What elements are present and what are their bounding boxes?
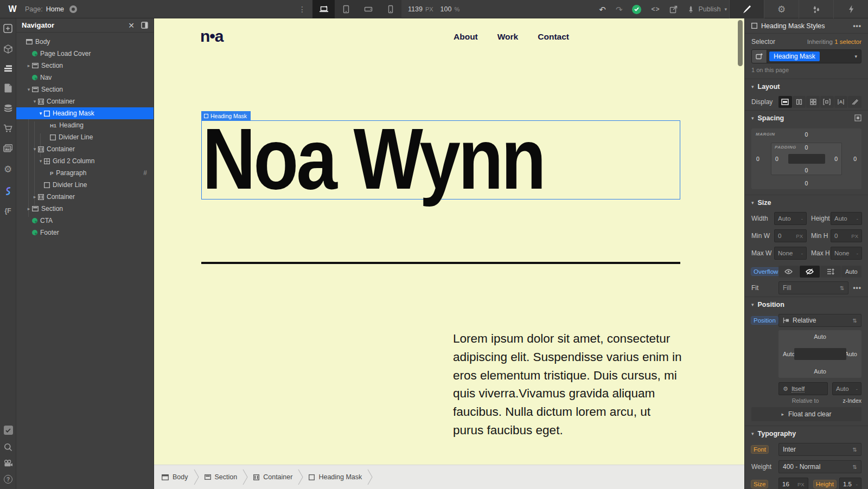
spacing-settings-icon[interactable]: [854, 114, 861, 121]
assets-icon[interactable]: [3, 144, 12, 152]
video-tutorials-icon[interactable]: [4, 460, 13, 467]
fit-more-icon[interactable]: •••: [853, 284, 861, 292]
selected-element-outline[interactable]: Heading Mask Noa Wynn: [201, 120, 680, 200]
font-size-label[interactable]: Size: [751, 480, 768, 488]
section-size[interactable]: ▾ Size: [745, 195, 868, 210]
breadcrumb-section[interactable]: Section: [205, 473, 238, 481]
font-label[interactable]: Font: [751, 446, 768, 453]
padding-bottom-value[interactable]: 0: [805, 167, 808, 173]
tree-item-container-2[interactable]: ▾ Container: [16, 143, 154, 155]
display-none-button[interactable]: [848, 96, 861, 108]
selector-style-icon[interactable]: [752, 50, 767, 63]
display-inline-block-button[interactable]: [820, 96, 834, 108]
margin-left-value[interactable]: 0: [756, 156, 760, 162]
close-icon[interactable]: ✕: [128, 21, 135, 30]
position-select[interactable]: Relative ⇅: [778, 314, 861, 327]
tree-item-footer[interactable]: Footer: [16, 227, 154, 239]
audit-panel-icon[interactable]: [4, 426, 13, 435]
breakpoint-phone-portrait-button[interactable]: [379, 0, 401, 18]
nav-link-work[interactable]: Work: [497, 32, 518, 42]
ecommerce-icon[interactable]: [3, 124, 12, 133]
pages-icon[interactable]: [4, 83, 12, 93]
padding-right-value[interactable]: 0: [834, 156, 838, 162]
overflow-hidden-button[interactable]: [800, 266, 820, 278]
panel-menu-icon[interactable]: •••: [853, 22, 861, 30]
overflow-label[interactable]: Overflow: [751, 268, 780, 275]
padding-control[interactable]: PADDING 0 0 0 0: [771, 143, 842, 175]
nav-link-about[interactable]: About: [454, 32, 478, 42]
overflow-scroll-button[interactable]: [820, 266, 841, 278]
tree-item-section-3[interactable]: ▸ Section: [16, 203, 154, 215]
tree-item-heading-mask[interactable]: ▾ Heading Mask: [16, 107, 154, 119]
finsweet-extension-icon[interactable]: {F: [5, 207, 11, 215]
share-icon[interactable]: [669, 5, 678, 14]
display-flex-button[interactable]: [793, 96, 806, 108]
float-and-clear-toggle[interactable]: ▸ Float and clear: [751, 407, 861, 421]
position-left-value[interactable]: Auto: [783, 351, 795, 357]
tree-item-section[interactable]: ▸ Section: [16, 60, 154, 72]
selector-input[interactable]: Heading Mask ▾: [751, 49, 861, 63]
tree-item-cta[interactable]: CTA: [16, 215, 154, 227]
components-icon[interactable]: [4, 44, 12, 54]
chevron-down-icon[interactable]: ▾: [854, 54, 857, 59]
undo-icon[interactable]: ↶: [599, 5, 606, 14]
code-export-icon[interactable]: <>: [651, 5, 660, 13]
min-width-input[interactable]: 0PX: [774, 229, 807, 242]
add-elements-icon[interactable]: [3, 24, 12, 33]
tree-item-heading[interactable]: H1 Heading: [16, 119, 154, 131]
position-bottom-value[interactable]: Auto: [814, 368, 826, 375]
tree-item-section-2[interactable]: ▾ Section: [16, 83, 154, 95]
canvas-menu-icon[interactable]: ⋮: [298, 0, 306, 18]
breadcrumb-body[interactable]: Body: [162, 473, 188, 481]
design-canvas[interactable]: n•a About Work Contact Heading Mask Noa …: [154, 18, 744, 489]
spacing-control[interactable]: MARGIN 0 0 0 0 PADDING 0 0 0 0: [751, 128, 861, 189]
spacing-center-handle[interactable]: [788, 154, 825, 164]
webflow-logo-icon[interactable]: W: [5, 4, 20, 14]
nav-link-contact[interactable]: Contact: [538, 32, 569, 42]
z-index-input[interactable]: Auto -: [832, 382, 861, 395]
settings-panel-toggle[interactable]: ⚙: [764, 0, 799, 18]
publish-button[interactable]: Publish ▾: [687, 5, 727, 13]
position-center-handle[interactable]: [794, 348, 846, 360]
search-icon[interactable]: [4, 443, 12, 452]
position-offsets-control[interactable]: Auto Auto Auto Auto: [778, 330, 861, 378]
breadcrumb-heading-mask[interactable]: Heading Mask: [309, 473, 362, 481]
margin-bottom-value[interactable]: 0: [805, 180, 808, 186]
divider-line[interactable]: [201, 262, 680, 264]
position-right-value[interactable]: Auto: [845, 351, 857, 357]
margin-top-value[interactable]: 0: [805, 131, 808, 138]
padding-left-value[interactable]: 0: [775, 156, 778, 162]
weight-select[interactable]: 400 - Normal ⇅: [778, 460, 861, 473]
breakpoint-width-value[interactable]: 1139: [408, 5, 423, 13]
height-input[interactable]: Auto-: [831, 212, 862, 225]
padding-top-value[interactable]: 0: [805, 144, 808, 151]
display-grid-button[interactable]: [806, 96, 820, 108]
position-label[interactable]: Position: [751, 317, 778, 324]
section-position[interactable]: ▾ Position: [745, 297, 868, 312]
tree-item-body[interactable]: Body: [16, 36, 154, 48]
logic-icon[interactable]: [4, 186, 12, 196]
max-width-input[interactable]: None-: [774, 247, 807, 260]
overflow-visible-button[interactable]: [778, 266, 799, 278]
site-settings-icon[interactable]: ⚙: [4, 164, 12, 175]
breakpoint-desktop-button[interactable]: [312, 0, 335, 18]
relative-to-select[interactable]: ⚙ Itself: [778, 382, 828, 395]
cms-icon[interactable]: [4, 104, 12, 113]
min-height-input[interactable]: 0PX: [831, 229, 862, 242]
style-panel-toggle[interactable]: [729, 0, 764, 18]
page-name[interactable]: Home: [46, 5, 64, 13]
margin-right-value[interactable]: 0: [853, 156, 857, 162]
tree-item-container-3[interactable]: ▸ Container: [16, 191, 154, 203]
redo-icon[interactable]: ↷: [616, 5, 623, 14]
help-icon[interactable]: ?: [4, 475, 12, 484]
overflow-auto-button[interactable]: Auto: [841, 266, 862, 278]
navigator-icon[interactable]: [4, 65, 12, 72]
interactions-panel-toggle[interactable]: [833, 0, 868, 18]
tree-item-divider-line[interactable]: Divider Line: [16, 131, 154, 143]
max-height-input[interactable]: None-: [831, 247, 862, 260]
body-paragraph[interactable]: Lorem ipsum dolor sit amet, consectetur …: [453, 330, 683, 440]
section-spacing[interactable]: ▾ Spacing: [745, 110, 868, 125]
display-inline-button[interactable]: A: [834, 96, 848, 108]
line-height-input[interactable]: 1.5 -: [839, 478, 861, 489]
font-size-input[interactable]: 16 PX: [778, 478, 808, 489]
